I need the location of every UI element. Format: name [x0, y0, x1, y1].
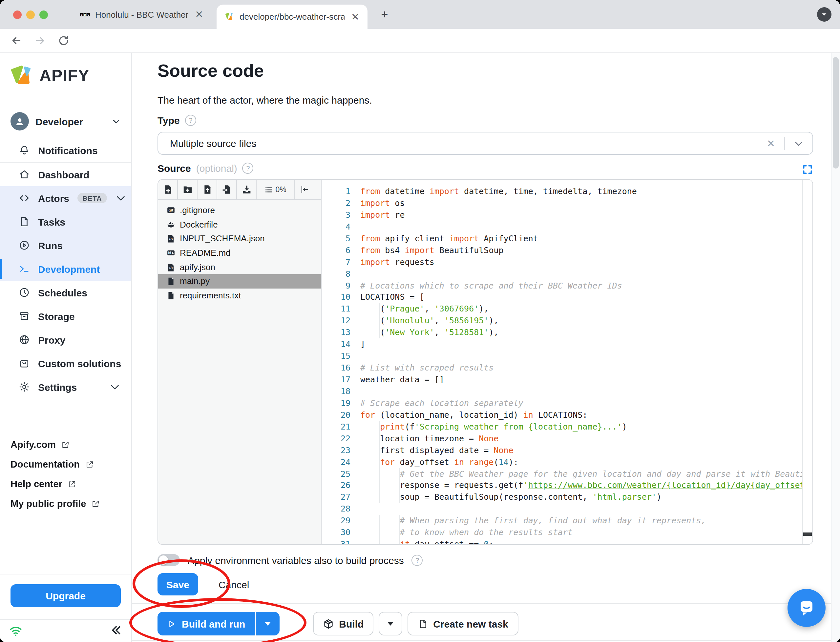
page-scrollbar[interactable] — [831, 53, 840, 642]
file-tree-pane: 0% git.gitignoreDockerfile</>INPUT_SCHEM… — [158, 180, 322, 544]
type-select[interactable]: Multiple source files ✕ — [158, 132, 813, 155]
browser-tab-developer-bbc-weather-scrape[interactable]: developer/bbc-weather-scrape✕ — [216, 5, 367, 29]
sidebar-item-dashboard[interactable]: Dashboard — [0, 163, 131, 186]
collapse-sidebar-icon[interactable] — [110, 624, 122, 636]
sidebar-item-tasks[interactable]: Tasks — [0, 210, 131, 233]
editor-scrollbar-thumb[interactable] — [803, 532, 812, 536]
tab-close-icon[interactable]: ✕ — [351, 11, 359, 23]
code-line[interactable]: 17weather_data = [] — [322, 374, 812, 386]
code-line[interactable]: 11 ('Prague', '3067696'), — [322, 303, 812, 315]
upload-file-button[interactable] — [198, 180, 217, 199]
line-number: 24 — [322, 456, 360, 468]
code-line[interactable]: 19# Scrape each location separately — [322, 397, 812, 409]
account-switcher[interactable]: Developer — [0, 110, 131, 133]
code-line[interactable]: 5from apify_client import ApifyClient — [322, 233, 812, 245]
chat-launcher-button[interactable] — [788, 589, 825, 627]
file-item-dockerfile[interactable]: Dockerfile — [158, 217, 321, 232]
sidebar-link-apify-com[interactable]: Apify.com — [0, 435, 131, 454]
code-line[interactable]: 18 — [322, 386, 812, 397]
code-line[interactable]: 8 — [322, 268, 812, 280]
code-editor[interactable]: 1from datetime import datetime, time, ti… — [322, 180, 812, 544]
file-item-gitignore[interactable]: git.gitignore — [158, 203, 321, 217]
code-line[interactable]: 6from bs4 import BeautifulSoup — [322, 244, 812, 256]
file-item-input-schema-json[interactable]: </>INPUT_SCHEMA.json — [158, 232, 321, 246]
code-line[interactable]: 23 first_displayed_date = None — [322, 444, 812, 456]
code-line[interactable]: 1from datetime import datetime, time, ti… — [322, 186, 812, 198]
fold-left-button[interactable] — [295, 180, 314, 199]
new-file-button[interactable] — [158, 180, 178, 199]
help-icon[interactable]: ? — [412, 554, 423, 566]
code-line[interactable]: 7import requests — [322, 256, 812, 268]
code-line[interactable]: 10LOCATIONS = [ — [322, 292, 812, 303]
build-button[interactable]: Build — [313, 612, 374, 636]
new-tab-button[interactable]: + — [377, 7, 392, 23]
code-line[interactable]: 25 # Get the BBC Weather page for the gi… — [322, 468, 812, 480]
sidebar-item-development[interactable]: Development — [0, 257, 131, 280]
new-folder-button[interactable] — [178, 180, 198, 199]
sidebar-link-documentation[interactable]: Documentation — [0, 454, 131, 474]
code-line[interactable]: 26 response = requests.get(f'https://www… — [322, 480, 812, 491]
sidebar-item-proxy[interactable]: Proxy — [0, 328, 131, 352]
clear-icon[interactable]: ✕ — [767, 138, 775, 149]
sidebar-item-notifications[interactable]: Notifications — [0, 138, 131, 162]
build-and-run-button[interactable]: Build and run — [158, 612, 255, 636]
env-vars-toggle[interactable] — [158, 554, 180, 566]
window-close-button[interactable] — [13, 10, 22, 19]
window-zoom-button[interactable] — [39, 10, 48, 19]
file-item-readme-md[interactable]: MREADME.md — [158, 246, 321, 260]
code-line[interactable]: 20for (location_name, location_id) in LO… — [322, 409, 812, 421]
code-line[interactable]: 22 location_timezone = None — [322, 433, 812, 444]
create-new-task-button[interactable]: Create new task — [408, 612, 518, 636]
sidebar-item-storage[interactable]: Storage — [0, 304, 131, 328]
sidebar-link-help-center[interactable]: Help center — [0, 474, 131, 494]
code-line[interactable]: 31 if day_offset == 0: — [322, 538, 812, 545]
sidebar-item-custom-solutions[interactable]: Custom solutions — [0, 352, 131, 375]
code-line[interactable]: 9# Locations which to scrape and their B… — [322, 280, 812, 292]
reload-icon[interactable] — [58, 35, 70, 47]
tab-search-icon[interactable] — [817, 7, 832, 22]
code-line[interactable]: 2import os — [322, 198, 812, 209]
page-scrollbar-thumb[interactable] — [833, 57, 839, 169]
back-icon[interactable] — [10, 35, 22, 47]
code-line[interactable]: 28 — [322, 503, 812, 515]
code-line[interactable]: 4 — [322, 221, 812, 233]
code-line[interactable]: 24 for day_offset in range(14): — [322, 456, 812, 468]
sidebar-item-settings[interactable]: Settings — [0, 375, 131, 399]
code-line[interactable]: 21 print(f'Scraping weather from {locati… — [322, 421, 812, 433]
sidebar-item-runs[interactable]: Runs — [0, 233, 131, 257]
code-line[interactable]: 12 ('Honolulu', '5856195'), — [322, 315, 812, 327]
editor-scrollbar[interactable] — [802, 180, 812, 544]
forward-icon[interactable] — [34, 35, 46, 47]
source-optional-label: (optional) — [196, 163, 237, 174]
upgrade-button[interactable]: Upgrade — [10, 584, 121, 607]
code-line[interactable]: 30 # to know when do the results start — [322, 527, 812, 538]
build-and-run-dropdown-button[interactable] — [256, 612, 279, 636]
file-item-apify-json[interactable]: </>apify.json — [158, 260, 321, 274]
file-item-main-py[interactable]: main.py — [158, 274, 321, 288]
help-icon[interactable]: ? — [242, 163, 253, 174]
code-line[interactable]: 13 ('New York', '5128581'), — [322, 327, 812, 339]
cancel-button[interactable]: Cancel — [219, 573, 249, 595]
code-line[interactable]: 29 # When parsing the first day, find ou… — [322, 515, 812, 527]
file-item-requirements-txt[interactable]: requirements.txt — [158, 288, 321, 302]
sidebar-item-actors[interactable]: ActorsBETA — [0, 186, 131, 210]
sidebar-link-my-public-profile[interactable]: My public profile — [0, 494, 131, 514]
code-line[interactable]: 27 soup = BeautifulSoup(response.content… — [322, 491, 812, 503]
zoom-level-control[interactable]: 0% — [257, 180, 295, 199]
chevron-down-icon[interactable] — [793, 138, 804, 149]
window-minimize-button[interactable] — [26, 10, 35, 19]
import-file-button[interactable] — [217, 180, 237, 199]
tab-close-icon[interactable]: ✕ — [195, 8, 203, 20]
code-line[interactable]: 14] — [322, 338, 812, 350]
sidebar-item-schedules[interactable]: Schedules — [0, 280, 131, 304]
build-dropdown-button[interactable] — [379, 612, 402, 636]
code-line[interactable]: 15 — [322, 350, 812, 362]
code-line[interactable]: 16# List with scraped results — [322, 362, 812, 374]
fullscreen-expand-icon[interactable] — [802, 164, 813, 175]
code-line[interactable]: 3import re — [322, 209, 812, 221]
help-icon[interactable]: ? — [185, 115, 196, 126]
browser-tab-honolulu-bbc-weather[interactable]: BBCHonolulu - BBC Weather✕ — [73, 0, 216, 29]
save-button[interactable]: Save — [158, 573, 198, 595]
download-button[interactable] — [237, 180, 257, 199]
apify-logo[interactable]: APIFY — [10, 63, 89, 87]
